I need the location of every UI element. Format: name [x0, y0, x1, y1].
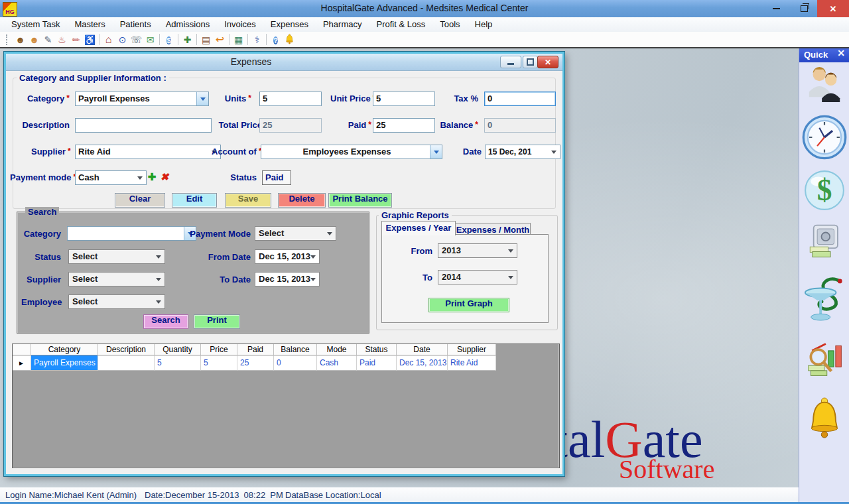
reports-icon[interactable]: ▦	[231, 33, 245, 46]
users-icon[interactable]	[805, 65, 844, 106]
wheelchair-icon[interactable]: ♿	[83, 33, 97, 46]
bell-icon[interactable]	[283, 33, 296, 46]
prescription-icon[interactable]: ✏	[69, 33, 83, 46]
report-search-icon[interactable]	[805, 340, 844, 382]
toolbar-separator	[178, 34, 178, 45]
chevron-down-icon[interactable]	[196, 92, 208, 105]
patient-icon[interactable]: ☻	[27, 33, 41, 46]
search-supplier-combobox[interactable]: Select	[68, 272, 165, 286]
grid-header-description[interactable]: Description	[98, 344, 155, 355]
delete-button[interactable]: Delete	[278, 193, 326, 208]
payments-icon[interactable]: $	[162, 33, 176, 46]
grid-data-row[interactable]: ► Payroll Expenses 5 5 25 0 Cash Paid De…	[13, 355, 559, 371]
expenses-maximize-button[interactable]	[523, 56, 538, 68]
dollar-icon[interactable]: $	[803, 168, 846, 215]
print-graph-button[interactable]: Print Graph	[428, 298, 509, 312]
grid-header-mode[interactable]: Mode	[317, 344, 357, 355]
close-button[interactable]: ✕	[817, 0, 849, 17]
date-combobox[interactable]: 15 Dec, 201	[485, 145, 560, 159]
minimize-button[interactable]	[763, 0, 789, 17]
cell-supplier: Rite Aid	[448, 355, 496, 371]
expenses-title-bar[interactable]: Expenses ✕	[6, 54, 562, 71]
paid-input[interactable]: 25	[373, 118, 435, 133]
fax-icon[interactable]: ☏	[129, 33, 143, 46]
menu-masters[interactable]: Masters	[67, 17, 112, 32]
grid-header-date[interactable]: Date	[397, 344, 448, 355]
menu-expenses[interactable]: Expenses	[263, 17, 316, 32]
delete-payment-mode-icon[interactable]: ✖	[159, 170, 170, 184]
quick-close-icon[interactable]: ✕	[837, 48, 845, 58]
to-year-combobox[interactable]: 2014	[438, 270, 517, 284]
print-button[interactable]: Print	[194, 314, 240, 329]
unit-price-input[interactable]: 5	[373, 92, 435, 106]
menu-tools[interactable]: Tools	[432, 17, 467, 32]
expenses-minimize-button[interactable]	[500, 56, 521, 68]
chevron-down-icon	[137, 176, 143, 180]
clock-icon[interactable]	[801, 114, 848, 163]
grid-header-quantity[interactable]: Quantity	[155, 344, 201, 355]
bell-icon[interactable]	[805, 395, 844, 444]
search-category-combobox[interactable]	[67, 226, 196, 241]
undo-icon[interactable]: ↩	[213, 33, 227, 46]
restore-button[interactable]	[791, 0, 817, 17]
cell-date: Dec 15, 2013	[397, 355, 448, 371]
grid-header-supplier[interactable]: Supplier	[448, 344, 496, 355]
from-date-combobox[interactable]: Dec 15, 2013	[255, 249, 320, 264]
menu-invoices[interactable]: Invoices	[217, 17, 263, 32]
search-status-label: Status	[31, 252, 61, 262]
grid-header-price[interactable]: Price	[201, 344, 237, 355]
category-combobox[interactable]: Payroll Expenses	[75, 92, 209, 106]
expenses-close-button[interactable]: ✕	[537, 56, 558, 68]
grid-header-paid[interactable]: Paid	[237, 344, 274, 355]
description-input[interactable]	[75, 118, 212, 133]
save-button[interactable]: Save	[225, 193, 271, 208]
search-button[interactable]: Search	[143, 314, 188, 329]
svg-text:$: $	[817, 174, 832, 207]
invoice-icon[interactable]: ✉	[143, 33, 157, 46]
add-payment-mode-icon[interactable]: ✚	[147, 170, 157, 184]
hospital-icon[interactable]: ⌂	[101, 33, 115, 46]
grid-header-category[interactable]: Category	[31, 344, 98, 355]
grid-header-status[interactable]: Status	[357, 344, 397, 355]
from-year-combobox[interactable]: 2013	[438, 243, 517, 258]
print-balance-button[interactable]: Print Balance	[328, 193, 392, 208]
payment-mode-combobox[interactable]: Cash	[75, 170, 147, 185]
patients-group-icon[interactable]: ☻	[13, 33, 27, 46]
status-value-box: Paid	[262, 170, 291, 185]
quick-panel: Quick ✕	[799, 48, 849, 502]
menu-help[interactable]: Help	[468, 17, 500, 32]
account-of-combobox[interactable]: Employees Expenses	[261, 145, 442, 159]
to-date-combobox[interactable]: Dec 15, 2013	[255, 272, 320, 286]
date-label: Date	[459, 147, 482, 157]
clear-button[interactable]: Clear	[115, 193, 165, 208]
menu-admissions[interactable]: Admissions	[159, 17, 217, 32]
cell-description	[98, 355, 155, 371]
graphic-reports-tab-panel: From 2013 To 2014 Print Graph	[381, 234, 549, 323]
search-status-combobox[interactable]: Select	[68, 249, 165, 264]
pharmacy-icon[interactable]	[804, 271, 845, 332]
units-input[interactable]: 5	[259, 92, 322, 106]
search-payment-mode-combobox[interactable]: Select	[255, 226, 336, 241]
tab-expenses-year[interactable]: Expenses / Year	[381, 221, 456, 235]
menu-system-task[interactable]: System Task	[4, 17, 67, 32]
safe-icon[interactable]	[805, 223, 844, 264]
help-icon[interactable]: ?	[269, 33, 283, 46]
edit-button[interactable]: Edit	[172, 193, 217, 208]
menu-patients[interactable]: Patients	[113, 17, 159, 32]
search-employee-combobox[interactable]: Select	[68, 294, 165, 309]
menu-pharmacy[interactable]: Pharmacy	[316, 17, 369, 32]
signature-icon[interactable]: ✎	[41, 33, 55, 46]
staff-icon[interactable]: ⚕	[250, 33, 264, 46]
tax-input[interactable]: 0	[484, 92, 556, 106]
chevron-down-icon[interactable]	[430, 145, 442, 158]
pharmacy-stock-icon[interactable]: ✚	[180, 33, 194, 46]
toolbar-grip[interactable]	[6, 34, 10, 45]
cashbox-icon[interactable]: ▤	[199, 33, 213, 46]
chevron-down-icon	[310, 255, 316, 259]
units-label: Units	[222, 94, 251, 103]
supplier-combobox[interactable]: Rite Aid	[75, 145, 221, 159]
grid-header-balance[interactable]: Balance	[274, 344, 317, 355]
lab-icon[interactable]: ♨	[55, 33, 69, 46]
schedule-icon[interactable]: ⊙	[115, 33, 129, 46]
menu-profit-loss[interactable]: Profit & Loss	[369, 17, 432, 32]
